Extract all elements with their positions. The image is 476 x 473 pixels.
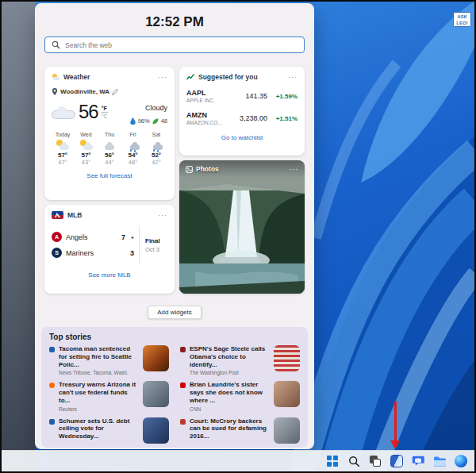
news-item[interactable]: Schumer sets U.S. debt ceiling vote for … [49, 417, 169, 444]
mlb-widget[interactable]: MLB ··· A Angels 7 ◄ S Mariners 3 [44, 205, 175, 294]
go-to-watchlist-link[interactable]: Go to watchlist [186, 134, 298, 141]
news-thumbnail [143, 345, 169, 371]
news-source: News Tribune, Tacoma, Wash. [59, 370, 139, 375]
waterfall-photo [179, 160, 305, 294]
arrow-shaft [394, 402, 397, 441]
news-source: The Washington Post [190, 370, 270, 375]
stock-name: AMAZON.CO... [186, 120, 222, 125]
more-options-icon[interactable]: ··· [158, 74, 167, 81]
source-favicon [49, 347, 55, 352]
weather-condition: Cloudy [145, 104, 167, 112]
search-icon [52, 40, 60, 49]
news-item[interactable]: Treasury warns Arizona it can't use fede… [49, 381, 169, 411]
news-item[interactable]: ESPN's Sage Steele calls Obama's choice … [180, 345, 300, 375]
news-headline: ESPN's Sage Steele calls Obama's choice … [190, 345, 270, 368]
wallpaper-left-edge [0, 0, 35, 473]
news-headline: Treasury warns Arizona it can't use fede… [59, 381, 139, 404]
forecast-day: Wed 57° 43° [75, 132, 98, 166]
task-view-icon [370, 456, 381, 467]
source-favicon [180, 347, 186, 352]
photos-widget[interactable]: Photos ··· [179, 160, 305, 294]
source-favicon [180, 383, 186, 388]
task-view-button[interactable] [367, 452, 384, 470]
source-favicon [49, 383, 55, 388]
widgets-icon [390, 455, 403, 467]
news-headline: Brian Laundrie's sister says she does no… [190, 381, 270, 404]
weather-title: Weather [63, 73, 90, 81]
see-more-mlb-link[interactable]: See more MLB [52, 271, 167, 279]
forecast-day: Thu 56° 44° [98, 132, 121, 166]
air-quality-leaf-icon [152, 118, 159, 125]
forecast-day: Today 57° 47° [52, 132, 74, 166]
photos-title: Photos [196, 165, 219, 173]
stock-change: +1.51% [267, 115, 298, 122]
windows-logo-icon [327, 456, 338, 467]
more-options-icon[interactable]: ··· [288, 74, 298, 81]
humidity-value: 96% [138, 117, 150, 125]
news-headline: Tacoma man sentenced for setting fire to… [59, 345, 139, 368]
news-thumbnail [143, 417, 169, 444]
mlb-logo-icon [52, 211, 63, 219]
taskbar [2, 450, 474, 471]
cloudy-icon [52, 105, 75, 120]
stock-price: 141.35 [245, 92, 267, 100]
screenshot: 12:52 PM Weather ··· Woodinville, WA [0, 0, 476, 473]
partly-cloudy-icon [56, 140, 69, 150]
game-date: Oct 3 [145, 246, 167, 253]
game-score[interactable]: A Angels 7 ◄ S Mariners 3 Final Oct 3 [52, 226, 167, 263]
temperature-unit-toggle[interactable]: °F °C [102, 106, 108, 119]
source-favicon [49, 419, 55, 425]
source-favicon [180, 419, 186, 425]
stocks-widget[interactable]: Suggested for you ··· AAPL APPLE INC. 14… [179, 67, 305, 156]
rain-icon [150, 140, 163, 150]
edge-browser-button[interactable] [452, 452, 470, 470]
widgets-panel: 12:52 PM Weather ··· Woodinville, WA [35, 3, 314, 449]
add-widgets-button[interactable]: Add widgets [148, 306, 202, 319]
search-icon [348, 456, 360, 467]
panel-clock: 12:52 PM [35, 14, 314, 30]
news-item[interactable]: Court: McCrory backers can be sued for d… [180, 417, 300, 444]
weather-widget[interactable]: Weather ··· Woodinville, WA 56 °F °C [44, 67, 175, 200]
stock-row[interactable]: AMZN AMAZON.CO... 3,238.00 +1.51% [186, 111, 298, 125]
taskbar-search-button[interactable] [345, 452, 363, 470]
team-row: A Angels 7 ◄ [52, 232, 134, 242]
edit-pencil-icon[interactable] [112, 89, 118, 95]
current-temperature: 56 [79, 101, 98, 123]
rain-icon [127, 140, 140, 150]
news-thumbnail [143, 381, 169, 407]
team-row: S Mariners 3 [52, 248, 134, 258]
mlb-title: MLB [67, 211, 82, 219]
chat-bubble-icon [412, 455, 424, 467]
chat-button[interactable] [409, 452, 427, 470]
forecast-day: Sat 52° 42° [145, 132, 167, 166]
more-options-icon[interactable]: ··· [289, 166, 298, 173]
weather-location: Woodinville, WA [60, 88, 109, 95]
stock-name: APPLE INC. [186, 98, 215, 103]
folder-icon [433, 456, 447, 467]
top-stories-title: Top stories [49, 333, 300, 341]
stocks-widget-icon [186, 73, 194, 81]
news-item[interactable]: Tacoma man sentenced for setting fire to… [49, 345, 169, 375]
game-status: Final [145, 237, 167, 244]
annotation-arrow [390, 402, 400, 451]
stock-symbol: AMZN [186, 111, 222, 119]
widgets-taskbar-button[interactable] [388, 452, 405, 470]
search-input[interactable] [65, 41, 298, 49]
taskbar-icons [324, 452, 470, 470]
web-search-bar[interactable] [44, 37, 305, 53]
start-button[interactable] [324, 452, 341, 470]
news-headline: Schumer sets U.S. debt ceiling vote for … [59, 417, 139, 440]
stock-price: 3,238.00 [240, 114, 267, 122]
photos-widget-icon [186, 166, 193, 173]
partly-cloudy-icon [80, 140, 93, 150]
more-options-icon[interactable]: ··· [158, 212, 167, 219]
humidity-droplet-icon [130, 117, 136, 125]
cloudy-icon [103, 140, 116, 150]
news-thumbnail [274, 345, 300, 371]
file-explorer-button[interactable] [431, 452, 448, 470]
stock-row[interactable]: AAPL APPLE INC. 141.35 +1.59% [186, 89, 298, 103]
arrow-head [390, 440, 400, 449]
news-item[interactable]: Brian Laundrie's sister says she does no… [180, 381, 300, 411]
see-full-forecast-link[interactable]: See full forecast [52, 172, 167, 179]
ask-leo-badge: ASK LEO! [453, 12, 471, 27]
